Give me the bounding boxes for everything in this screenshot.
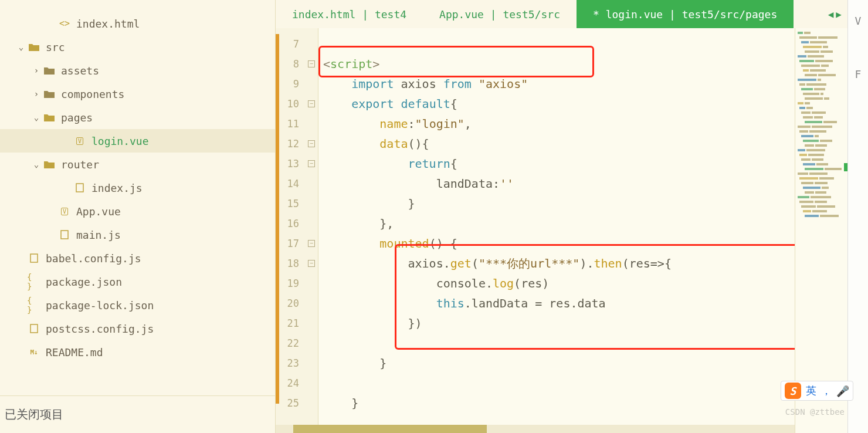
code-line[interactable]: axios.get("***你的url***").then(res=>{: [318, 253, 795, 273]
file-tree[interactable]: <> index.html⌄ src› assets› components⌄ …: [0, 0, 275, 395]
line-number: 15: [276, 198, 305, 209]
svg-rect-2: [30, 254, 38, 262]
tree-item-label: index.html: [76, 18, 140, 30]
line-number: 23: [276, 357, 305, 369]
folder-dark-icon: [42, 90, 56, 98]
file-package-lock-json[interactable]: { } package-lock.json: [0, 293, 275, 317]
line-number: 19: [276, 278, 305, 289]
file-js-icon: [27, 253, 41, 263]
microphone-icon[interactable]: 🎤: [836, 385, 849, 397]
code-line[interactable]: console.log(res): [318, 273, 795, 293]
editor-tab[interactable]: index.html | test4: [276, 0, 423, 28]
tree-item-label: src: [46, 41, 65, 53]
fold-toggle-icon[interactable]: −: [308, 140, 315, 147]
right-strip-item[interactable]: F: [855, 68, 862, 80]
fold-toggle-icon[interactable]: −: [308, 60, 315, 67]
file-postcss-config-js[interactable]: postcss.config.js: [0, 317, 275, 340]
folder-assets[interactable]: › assets: [0, 59, 275, 82]
file-code-icon: <>: [57, 18, 72, 29]
file-index-js[interactable]: index.js: [0, 176, 275, 199]
svg-rect-3: [30, 324, 38, 333]
code-line[interactable]: import axios from "axios": [318, 74, 795, 94]
code-line[interactable]: data(){: [318, 134, 795, 154]
line-number: 20: [276, 297, 305, 309]
tree-item-label: main.js: [76, 229, 121, 241]
ime-indicator[interactable]: S 英 ， 🎤: [781, 381, 853, 401]
code-line[interactable]: }: [318, 393, 795, 413]
file-vue-icon: V: [57, 208, 72, 215]
line-number: 9: [276, 78, 305, 90]
code-line[interactable]: this.landData = res.data: [318, 293, 795, 313]
editor-area: index.html | test4App.vue | test5/src* l…: [276, 0, 847, 433]
tree-item-label: router: [61, 158, 99, 171]
tab-nav-left-icon[interactable]: ◀: [828, 9, 834, 20]
folder-components[interactable]: › components: [0, 82, 275, 106]
file-app-vue[interactable]: V App.vue: [0, 199, 275, 223]
code-line[interactable]: export default{: [318, 94, 795, 114]
change-indicator: [276, 34, 279, 404]
code-line[interactable]: },: [318, 214, 795, 234]
editor-tabs: index.html | test4App.vue | test5/src* l…: [276, 0, 847, 28]
line-number: 10: [276, 98, 305, 110]
minimap[interactable]: [795, 28, 847, 433]
folder-src[interactable]: ⌄ src: [0, 35, 275, 59]
svg-rect-1: [61, 231, 68, 239]
file-login-vue[interactable]: V login.vue: [0, 129, 275, 153]
code-line[interactable]: }): [318, 313, 795, 333]
tree-item-label: package.json: [46, 276, 122, 288]
horizontal-scrollbar[interactable]: [276, 425, 795, 433]
code-line[interactable]: }: [318, 353, 795, 373]
line-number: 25: [276, 397, 305, 409]
file-main-js[interactable]: main.js: [0, 223, 275, 246]
closed-project-label[interactable]: 已关闭项目: [0, 395, 275, 433]
file-js-icon: [27, 324, 41, 333]
code-line[interactable]: name:"login",: [318, 114, 795, 134]
file-babel-config-js[interactable]: babel.config.js: [0, 246, 275, 270]
line-number: 22: [276, 337, 305, 349]
editor-tab[interactable]: App.vue | test5/src: [423, 0, 577, 28]
line-number: 24: [276, 377, 305, 389]
scrollbar-thumb[interactable]: [293, 425, 487, 433]
code-line[interactable]: <script>: [318, 54, 795, 74]
code-line[interactable]: return{: [318, 154, 795, 174]
code-line[interactable]: landData:'': [318, 174, 795, 194]
chevron-right-icon: ›: [30, 89, 42, 99]
code-line[interactable]: [318, 333, 795, 353]
file-js-icon: [73, 183, 87, 192]
tree-item-label: login.vue: [91, 135, 149, 147]
tab-nav-right-icon[interactable]: ▶: [836, 9, 842, 20]
right-strip-item[interactable]: V: [855, 15, 862, 27]
ime-language[interactable]: 英: [806, 384, 816, 398]
code-line[interactable]: mounted() {: [318, 234, 795, 253]
tree-item-label: README.md: [46, 346, 103, 358]
folder-pages[interactable]: ⌄ pages: [0, 106, 275, 129]
file-index-html[interactable]: <> index.html: [0, 12, 275, 35]
line-number: 18: [276, 258, 305, 269]
line-number: 17: [276, 238, 305, 249]
ime-punct[interactable]: ，: [821, 384, 832, 398]
file-json-icon: { }: [27, 296, 41, 314]
fold-toggle-icon[interactable]: −: [308, 100, 315, 107]
file-package-json[interactable]: { } package.json: [0, 270, 275, 293]
line-number: 16: [276, 218, 305, 229]
tree-item-label: babel.config.js: [46, 252, 141, 265]
code-line[interactable]: [318, 373, 795, 393]
tree-item-label: components: [61, 88, 124, 100]
watermark: CSDN @zttbee: [785, 407, 845, 417]
code-area[interactable]: <script> import axios from "axios" expor…: [318, 28, 795, 433]
fold-toggle-icon[interactable]: −: [308, 260, 315, 267]
folder-router[interactable]: ⌄ router: [0, 153, 275, 176]
fold-toggle-icon[interactable]: −: [308, 160, 315, 167]
fold-toggle-icon[interactable]: −: [308, 240, 315, 247]
file-js-icon: [57, 230, 72, 239]
gutter[interactable]: 78−910−1112−13−14151617−18−1920212223242…: [276, 28, 318, 433]
folder-icon: [42, 160, 56, 168]
editor-tab[interactable]: * login.vue | test5/src/pages: [577, 0, 794, 28]
code-line[interactable]: [318, 34, 795, 54]
file-json-icon: { }: [27, 272, 41, 291]
file-readme-md[interactable]: M↓ README.md: [0, 340, 275, 364]
editor-body: 78−910−1112−13−14151617−18−1920212223242…: [276, 28, 847, 433]
chevron-down-icon: ⌄: [30, 113, 42, 122]
folder-icon: [42, 113, 56, 121]
code-line[interactable]: }: [318, 194, 795, 214]
